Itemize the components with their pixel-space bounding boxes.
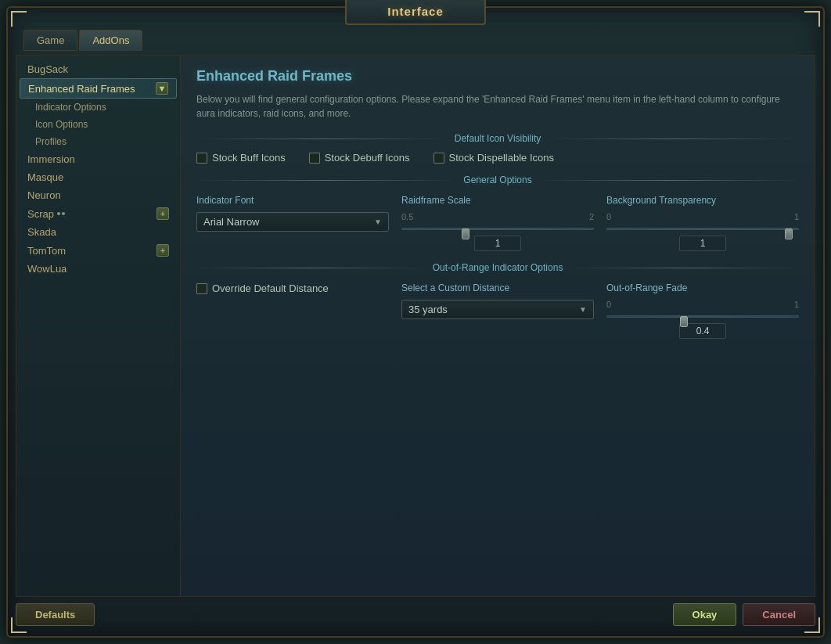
bg-transparency-value: 1: [679, 236, 726, 251]
raidframe-scale-track[interactable]: [401, 223, 594, 234]
custom-distance-label: Select a Custom Distance: [401, 282, 594, 293]
indicator-font-dropdown[interactable]: Arial Narrow ▼: [196, 212, 389, 232]
section-divider-oor: Out-of-Range Indicator Options: [196, 262, 799, 273]
tomtom-expand-button[interactable]: +: [156, 244, 169, 257]
content-area: Enhanced Raid Frames Below you will find…: [180, 55, 815, 597]
sidebar-item-masque[interactable]: Masque: [20, 168, 177, 186]
raidframe-scale-group: Raidframe Scale 0.5 2 1: [401, 195, 594, 251]
custom-distance-dropdown[interactable]: 35 yards ▼: [401, 300, 594, 319]
indicator-font-label: Indicator Font: [196, 195, 389, 206]
raidframe-scale-minmax: 0.5 2: [401, 212, 594, 221]
sidebar-item-bugsack[interactable]: BugSack: [20, 60, 177, 78]
override-checkbox-item[interactable]: Override Default Distance: [196, 282, 389, 294]
oor-fade-slider[interactable]: 0 1 0.4: [606, 300, 799, 339]
dropdown-value: Arial Narrow: [203, 216, 260, 228]
override-label: Override Default Distance: [212, 282, 329, 294]
custom-distance-group: Select a Custom Distance 35 yards ▼: [401, 282, 594, 319]
bg-transparency-track[interactable]: [606, 223, 799, 234]
divider-line-left: [196, 139, 448, 139]
sidebar-item-profiles[interactable]: Profiles: [20, 133, 177, 150]
section-divider-visibility: Default Icon Visibility: [196, 133, 799, 144]
divider-line-general-left: [196, 180, 457, 181]
oor-fade-label: Out-of-Range Fade: [606, 282, 799, 293]
scrap-dots-icon: [57, 212, 65, 215]
oor-fade-thumb[interactable]: [680, 316, 688, 327]
checkbox-item-dispellable[interactable]: Stock Dispellable Icons: [433, 152, 554, 164]
dropdown-arrow-icon: ▼: [374, 218, 382, 226]
defaults-button[interactable]: Defaults: [16, 603, 95, 626]
sidebar-item-wowlua[interactable]: WowLua: [20, 260, 177, 278]
corner-decoration-tr: [804, 11, 820, 27]
corner-decoration-tl: [11, 11, 27, 27]
divider-line-oor-left: [196, 268, 426, 268]
sidebar-item-enhanced-raid-frames[interactable]: Enhanced Raid Frames ▼: [20, 78, 177, 99]
collapse-button[interactable]: ▼: [156, 82, 168, 95]
section-divider-general: General Options: [196, 174, 799, 185]
sidebar-item-icon-options[interactable]: Icon Options: [20, 116, 177, 133]
divider-line-right: [547, 139, 799, 139]
oor-fade-min: 0: [606, 300, 611, 309]
tab-game[interactable]: Game: [23, 30, 77, 51]
okay-button[interactable]: Okay: [673, 603, 737, 626]
icon-visibility-row: Stock Buff Icons Stock Debuff Icons Stoc…: [196, 152, 799, 164]
bg-transparency-min: 0: [606, 212, 611, 221]
oor-fade-group: Out-of-Range Fade 0 1 0.4: [606, 282, 799, 339]
sidebar-item-tomtom[interactable]: TomTom +: [20, 241, 177, 260]
oor-fade-line: [606, 315, 799, 318]
section-label-oor: Out-of-Range Indicator Options: [433, 262, 563, 273]
sidebar-item-neuron[interactable]: Neuron: [20, 186, 177, 204]
main-window: Interface Game AddOns BugSack Enhanced R…: [6, 6, 825, 638]
divider-line-oor-right: [569, 268, 799, 268]
bottom-bar: Defaults Okay Cancel: [16, 599, 815, 630]
raidframe-scale-line: [401, 228, 594, 230]
sidebar-item-scrap[interactable]: Scrap +: [20, 204, 177, 223]
content-title: Enhanced Raid Frames: [196, 68, 799, 85]
cancel-button[interactable]: Cancel: [743, 603, 815, 626]
raidframe-scale-value: 1: [474, 236, 521, 251]
bg-transparency-slider[interactable]: 0 1 1: [606, 212, 799, 251]
main-layout: BugSack Enhanced Raid Frames ▼ Indicator…: [16, 55, 815, 597]
section-label-general: General Options: [463, 174, 531, 185]
indicator-font-group: Indicator Font Arial Narrow ▼: [196, 195, 389, 232]
scrap-expand-button[interactable]: +: [156, 207, 169, 220]
custom-distance-value: 35 yards: [408, 304, 448, 315]
checkbox-buff-label: Stock Buff Icons: [212, 152, 286, 164]
checkbox-dispellable-label: Stock Dispellable Icons: [449, 152, 554, 164]
section-label-visibility: Default Icon Visibility: [455, 133, 541, 144]
divider-line-general-right: [538, 180, 799, 181]
bg-transparency-line: [606, 228, 799, 230]
raidframe-scale-thumb[interactable]: [462, 228, 469, 239]
checkbox-buff[interactable]: [196, 153, 207, 164]
title-bar: Interface: [345, 0, 486, 25]
bg-transparency-label: Background Transparency: [606, 195, 799, 206]
sidebar: BugSack Enhanced Raid Frames ▼ Indicator…: [16, 55, 180, 597]
oor-fade-minmax: 0 1: [606, 300, 799, 309]
raidframe-scale-label: Raidframe Scale: [401, 195, 594, 206]
raidframe-scale-max: 2: [589, 212, 594, 221]
bg-transparency-group: Background Transparency 0 1 1: [606, 195, 799, 251]
sidebar-item-skada[interactable]: Skada: [20, 223, 177, 241]
checkbox-dispellable[interactable]: [433, 153, 444, 164]
oor-options-grid: Override Default Distance Select a Custo…: [196, 282, 799, 339]
checkbox-item-debuff[interactable]: Stock Debuff Icons: [309, 152, 410, 164]
bg-transparency-thumb[interactable]: [785, 228, 793, 239]
checkbox-debuff[interactable]: [309, 153, 320, 164]
window-title: Interface: [387, 5, 444, 18]
bg-transparency-max: 1: [794, 212, 799, 221]
tab-addons[interactable]: AddOns: [79, 30, 142, 51]
checkbox-item-buff[interactable]: Stock Buff Icons: [196, 152, 286, 164]
tab-bar: Game AddOns: [23, 30, 142, 51]
checkbox-debuff-label: Stock Debuff Icons: [325, 152, 410, 164]
custom-distance-arrow-icon: ▼: [579, 305, 587, 314]
bg-transparency-minmax: 0 1: [606, 212, 799, 221]
override-checkbox[interactable]: [196, 283, 207, 294]
raidframe-scale-slider[interactable]: 0.5 2 1: [401, 212, 594, 251]
content-description: Below you will find general configuratio…: [196, 92, 799, 121]
raidframe-scale-min: 0.5: [401, 212, 413, 221]
oor-fade-track[interactable]: [606, 311, 799, 322]
sidebar-item-immersion[interactable]: Immersion: [20, 150, 177, 168]
confirm-buttons: Okay Cancel: [673, 603, 815, 626]
general-options-grid: Indicator Font Arial Narrow ▼ Raidframe …: [196, 195, 799, 251]
sidebar-item-indicator-options[interactable]: Indicator Options: [20, 99, 177, 116]
oor-fade-max: 1: [794, 300, 799, 309]
